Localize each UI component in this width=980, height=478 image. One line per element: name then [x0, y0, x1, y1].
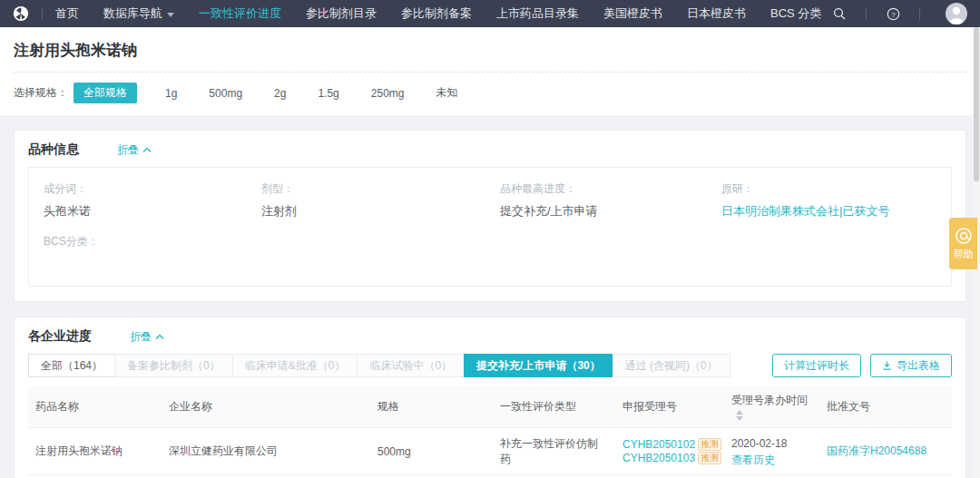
table-header-6[interactable]: 受理号承办时间 — [724, 386, 819, 428]
spec-option-5[interactable]: 1.5g — [314, 84, 342, 102]
variety-info-box: 成分词：头孢米诺剂型：注射剂品种最高进度：提交补充/上市申请原研：日本明治制果株… — [28, 167, 952, 287]
chevron-up-icon — [155, 334, 164, 340]
nav-item-7[interactable]: 美国橙皮书 — [603, 5, 662, 22]
enterprise-progress-card: 各企业进度 折叠 全部（164）备案参比制剂（0）临床申请&批准（0）临床试验中… — [14, 317, 966, 478]
table-header-4: 一致性评价类型 — [493, 386, 615, 428]
accept-date-cell: 2020-02-18查看历史 — [724, 428, 819, 475]
approval-number-cell: 国药准字H20054688 — [819, 428, 952, 475]
table-row-2: 注射用头孢米诺钠四川合信药业有限责任公司500mg补充一致性评价仿制药CYHB1… — [28, 475, 952, 478]
receipt-number-link[interactable]: CYHB2050103 — [622, 452, 695, 464]
search-icon[interactable] — [826, 7, 853, 20]
accept-date-cell: 2019-11-15查看历史 — [724, 475, 819, 478]
table-header-2: 企业名称 — [162, 386, 370, 428]
nav-item-1[interactable]: 首页 — [55, 5, 79, 22]
tab-2: 备案参比制剂（0） — [114, 354, 233, 377]
enterprise-collapse-toggle[interactable]: 折叠 — [130, 329, 164, 345]
field-value: 提交补充/上市申请 — [500, 203, 721, 219]
table-header-3: 规格 — [370, 386, 493, 428]
nav-item-6[interactable]: 上市药品目录集 — [496, 5, 579, 22]
tab-6: 通过 (含视同)（0） — [612, 354, 730, 377]
tabs-row: 全部（164）备案参比制剂（0）临床申请&批准（0）临床试验中（0）提交补充/上… — [28, 354, 952, 377]
info-field-r2-1: BCS分类： — [44, 234, 261, 269]
app-logo-icon — [13, 5, 29, 22]
eval-type-cell: 补充一致性评价仿制药 — [493, 428, 615, 475]
field-label: 原研： — [721, 181, 936, 197]
nav-item-5[interactable]: 参比制剂备案 — [401, 5, 472, 22]
nav-item-9[interactable]: BCS 分类 — [770, 5, 821, 22]
enterprise-progress-title: 各企业进度 — [28, 328, 92, 345]
inferred-tag: 推测 — [698, 452, 721, 464]
info-field-r1-4: 原研：日本明治制果株式会社|已获文号 — [721, 181, 936, 219]
nav-item-8[interactable]: 日本橙皮书 — [687, 5, 746, 22]
spec-option-4[interactable]: 2g — [270, 84, 289, 102]
receipt-number-link[interactable]: CYHB2050102 — [622, 438, 695, 451]
info-field-r1-1: 成分词：头孢米诺 — [44, 181, 261, 219]
field-value[interactable]: 日本明治制果株式会社|已获文号 — [721, 203, 936, 219]
page-title: 注射用头孢米诺钠 — [14, 27, 966, 72]
nav-menu: 首页数据库导航一致性评价进度参比制剂目录参比制剂备案上市药品目录集美国橙皮书日本… — [55, 5, 821, 22]
help-fab-label: 帮助 — [954, 248, 974, 261]
chevron-down-icon — [167, 13, 174, 17]
approval-number-link[interactable]: 国药准字H20054688 — [827, 444, 926, 457]
spec-option-7[interactable]: 未知 — [432, 83, 461, 103]
info-field-r1-2: 剂型：注射剂 — [261, 181, 500, 219]
info-field-r1-3: 品种最高进度：提交补充/上市申请 — [500, 181, 721, 219]
top-navbar: 首页数据库导航一致性评价进度参比制剂目录参比制剂备案上市药品目录集美国橙皮书日本… — [0, 0, 980, 27]
field-value — [44, 256, 261, 269]
nav-divider — [866, 7, 867, 20]
field-value: 注射剂 — [261, 203, 500, 219]
view-history-link[interactable]: 查看历史 — [731, 452, 812, 468]
table-header-5: 申报受理号 — [615, 386, 724, 428]
tab-3: 临床申请&批准（0） — [232, 354, 358, 377]
field-label: 剂型： — [261, 181, 500, 197]
spec-cell: 500mg — [370, 475, 493, 478]
table-body: 注射用头孢米诺钠深圳立健药业有限公司500mg补充一致性评价仿制药CYHB205… — [28, 428, 952, 478]
field-label: 品种最高进度： — [500, 181, 721, 197]
company-name-cell: 四川合信药业有限责任公司 — [162, 475, 370, 478]
accept-date: 2020-02-18 — [731, 435, 812, 452]
calc-duration-button[interactable]: 计算过评时长 — [772, 354, 861, 377]
scrollbar-thumb[interactable] — [974, 27, 979, 181]
table-actions: 计算过评时长导出表格 — [772, 354, 952, 377]
approval-number-cell: 国药准字H20067394 — [819, 475, 952, 478]
status-tabs: 全部（164）备案参比制剂（0）临床申请&批准（0）临床试验中（0）提交补充/上… — [28, 354, 730, 377]
inferred-tag: 推测 — [698, 438, 721, 451]
spec-filter-label: 选择规格： — [14, 85, 68, 101]
eval-type-cell: 补充一致性评价仿制药 — [493, 475, 615, 478]
tab-5[interactable]: 提交补充/上市申请（30） — [464, 354, 613, 377]
spec-cell: 500mg — [370, 428, 493, 475]
variety-collapse-toggle[interactable]: 折叠 — [117, 142, 152, 158]
avatar[interactable] — [946, 3, 967, 24]
download-icon — [882, 360, 892, 371]
table-header-row: 药品名称企业名称规格一致性评价类型申报受理号受理号承办时间批准文号 — [28, 386, 952, 428]
table-row-1: 注射用头孢米诺钠深圳立健药业有限公司500mg补充一致性评价仿制药CYHB205… — [28, 428, 952, 475]
tab-4: 临床试验中（0） — [357, 354, 465, 377]
spec-option-3[interactable]: 500mg — [205, 84, 246, 102]
nav-item-2[interactable]: 数据库导航 — [103, 5, 174, 22]
title-block: 注射用头孢米诺钠 选择规格： 全部规格1g500mg2g1.5g250mg未知 — [0, 27, 980, 115]
variety-info-card: 品种信息 折叠 成分词：头孢米诺剂型：注射剂品种最高进度：提交补充/上市申请原研… — [14, 130, 966, 302]
spec-option-1[interactable]: 全部规格 — [74, 83, 137, 103]
field-label: BCS分类： — [44, 234, 261, 249]
spec-option-2[interactable]: 1g — [162, 84, 181, 102]
tab-1[interactable]: 全部（164） — [28, 354, 115, 377]
nav-item-3[interactable]: 一致性评价进度 — [199, 5, 281, 22]
spec-options: 全部规格1g500mg2g1.5g250mg未知 — [74, 83, 461, 103]
button-label: 导出表格 — [897, 355, 940, 376]
progress-table: 药品名称企业名称规格一致性评价类型申报受理号受理号承办时间批准文号 注射用头孢米… — [28, 386, 952, 478]
field-label: 成分词： — [44, 181, 261, 197]
help-fab-button[interactable]: 帮助 — [949, 218, 977, 269]
nav-item-4[interactable]: 参比制剂目录 — [306, 5, 377, 22]
sort-icon[interactable] — [736, 410, 743, 421]
spec-filter-row: 选择规格： 全部规格1g500mg2g1.5g250mg未知 — [14, 73, 966, 115]
export-table-button[interactable]: 导出表格 — [870, 354, 952, 377]
receipt-line: CYHB2050102推测 — [622, 438, 717, 452]
svg-text:?: ? — [891, 10, 896, 18]
receipt-line: CYHB2050103推测 — [622, 452, 717, 465]
help-icon[interactable]: ? — [879, 7, 906, 21]
receipt-numbers-cell: CYHB2050102推测CYHB2050103推测 — [615, 428, 724, 475]
spec-option-6[interactable]: 250mg — [368, 84, 408, 102]
field-value: 头孢米诺 — [44, 203, 261, 219]
variety-info-title: 品种信息 — [28, 141, 79, 158]
sort-asc-icon — [736, 410, 743, 415]
